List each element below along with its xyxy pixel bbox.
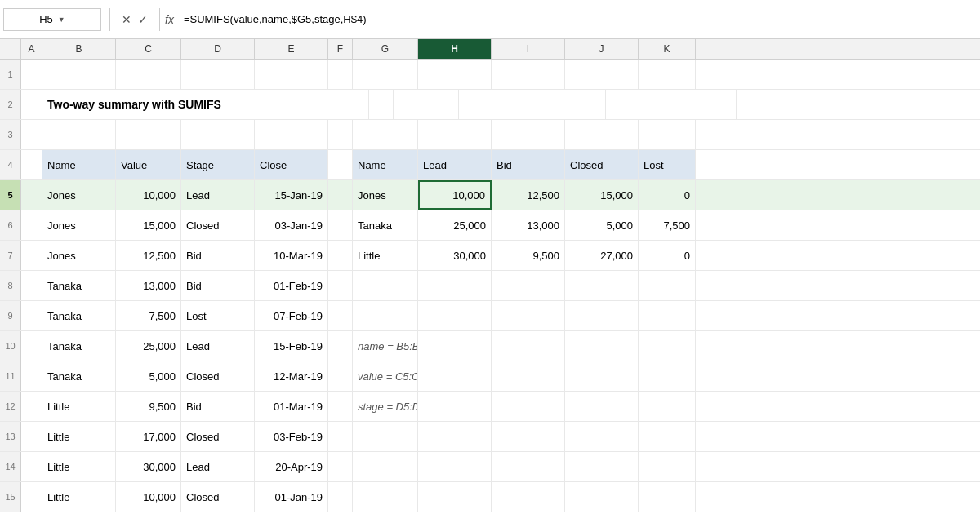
col-header-g[interactable]: G <box>353 39 418 59</box>
cell-c8[interactable]: 13,000 <box>116 271 181 300</box>
cell-g8[interactable] <box>353 271 418 300</box>
col-header-j[interactable]: J <box>565 39 639 59</box>
cell-h4[interactable]: Lead <box>418 150 492 179</box>
cell-k7[interactable]: 0 <box>639 241 696 270</box>
cell-b11[interactable]: Tanaka <box>42 361 116 391</box>
cell-e8[interactable]: 01-Feb-19 <box>255 271 328 300</box>
cell-g2[interactable] <box>394 90 459 119</box>
cell-f2[interactable] <box>369 90 394 119</box>
cell-g11[interactable]: value = C5:C15 <box>353 361 418 391</box>
cell-g5[interactable]: Jones <box>353 180 418 210</box>
cell-a13[interactable] <box>21 422 42 451</box>
cell-f9[interactable] <box>328 301 353 330</box>
col-header-h[interactable]: H <box>418 39 492 59</box>
col-header-b[interactable]: B <box>42 39 116 59</box>
cell-d11[interactable]: Closed <box>181 361 255 391</box>
cell-j2[interactable] <box>606 90 679 119</box>
cell-h5[interactable]: 10,000 <box>418 180 492 210</box>
cell-a8[interactable] <box>21 271 42 300</box>
cell-f15[interactable] <box>328 482 353 512</box>
formula-input[interactable]: =SUMIFS(value,name,$G5,stage,H$4) <box>180 11 977 27</box>
cell-a12[interactable] <box>21 392 42 421</box>
col-header-k[interactable]: K <box>639 39 696 59</box>
cell-k4[interactable]: Lost <box>639 150 696 179</box>
cell-h6[interactable]: 25,000 <box>418 210 492 240</box>
cell-f11[interactable] <box>328 361 353 391</box>
cell-i2[interactable] <box>532 90 606 119</box>
cell-j4[interactable]: Closed <box>565 150 639 179</box>
cell-i8[interactable] <box>492 271 565 300</box>
cell-k5[interactable]: 0 <box>639 180 696 210</box>
cell-e6[interactable]: 03-Jan-19 <box>255 210 328 240</box>
cell-a11[interactable] <box>21 361 42 391</box>
cell-c1[interactable] <box>116 60 181 89</box>
cell-g15[interactable] <box>353 482 418 512</box>
col-header-e[interactable]: E <box>255 39 328 59</box>
cell-f1[interactable] <box>328 60 353 89</box>
cell-e13[interactable]: 03-Feb-19 <box>255 422 328 451</box>
cell-f12[interactable] <box>328 392 353 421</box>
cell-e10[interactable]: 15-Feb-19 <box>255 331 328 361</box>
cell-i3[interactable] <box>492 120 565 149</box>
cell-b3[interactable] <box>42 120 116 149</box>
cell-g1[interactable] <box>353 60 418 89</box>
cell-c15[interactable]: 10,000 <box>116 482 181 512</box>
cell-k8[interactable] <box>639 271 696 300</box>
cell-d13[interactable]: Closed <box>181 422 255 451</box>
cell-b10[interactable]: Tanaka <box>42 331 116 361</box>
cell-i1[interactable] <box>492 60 565 89</box>
cell-a10[interactable] <box>21 331 42 361</box>
cell-f13[interactable] <box>328 422 353 451</box>
cell-b1[interactable] <box>42 60 116 89</box>
cell-j5[interactable]: 15,000 <box>565 180 639 210</box>
cell-d3[interactable] <box>181 120 255 149</box>
cell-g10[interactable]: name = B5:B15 <box>353 331 418 361</box>
cell-name-box[interactable]: H5 ▼ <box>3 8 101 31</box>
cell-e7[interactable]: 10-Mar-19 <box>255 241 328 270</box>
cancel-icon[interactable]: ✕ <box>122 13 131 26</box>
cell-d7[interactable]: Bid <box>181 241 255 270</box>
cell-j7[interactable]: 27,000 <box>565 241 639 270</box>
cell-c4[interactable]: Value <box>116 150 181 179</box>
cell-e11[interactable]: 12-Mar-19 <box>255 361 328 391</box>
cell-g9[interactable] <box>353 301 418 330</box>
cell-k1[interactable] <box>639 60 696 89</box>
col-header-d[interactable]: D <box>181 39 255 59</box>
confirm-icon[interactable]: ✓ <box>138 13 148 26</box>
cell-g4[interactable]: Name <box>353 150 418 179</box>
cell-f7[interactable] <box>328 241 353 270</box>
cell-f5[interactable] <box>328 180 353 210</box>
cell-d4[interactable]: Stage <box>181 150 255 179</box>
cell-d5[interactable]: Lead <box>181 180 255 210</box>
cell-c9[interactable]: 7,500 <box>116 301 181 330</box>
dropdown-arrow-icon[interactable]: ▼ <box>58 16 65 24</box>
cell-e9[interactable]: 07-Feb-19 <box>255 301 328 330</box>
cell-a15[interactable] <box>21 482 42 512</box>
cell-a9[interactable] <box>21 301 42 330</box>
cell-g7[interactable]: Little <box>353 241 418 270</box>
cell-b14[interactable]: Little <box>42 452 116 481</box>
cell-e4[interactable]: Close <box>255 150 328 179</box>
cell-g3[interactable] <box>353 120 418 149</box>
cell-b4[interactable]: Name <box>42 150 116 179</box>
cell-f8[interactable] <box>328 271 353 300</box>
cell-k2[interactable] <box>679 90 737 119</box>
cell-k6[interactable]: 7,500 <box>639 210 696 240</box>
cell-a2[interactable] <box>21 90 42 119</box>
col-header-i[interactable]: I <box>492 39 565 59</box>
cell-h1[interactable] <box>418 60 492 89</box>
cell-j9[interactable] <box>565 301 639 330</box>
cell-b12[interactable]: Little <box>42 392 116 421</box>
cell-e3[interactable] <box>255 120 328 149</box>
cell-f14[interactable] <box>328 452 353 481</box>
col-header-f[interactable]: F <box>328 39 353 59</box>
cell-i4[interactable]: Bid <box>492 150 565 179</box>
cell-i6[interactable]: 13,000 <box>492 210 565 240</box>
cell-d15[interactable]: Closed <box>181 482 255 512</box>
col-header-a[interactable]: A <box>21 39 42 59</box>
cell-d8[interactable]: Bid <box>181 271 255 300</box>
cell-b8[interactable]: Tanaka <box>42 271 116 300</box>
cell-d14[interactable]: Lead <box>181 452 255 481</box>
cell-h7[interactable]: 30,000 <box>418 241 492 270</box>
cell-b9[interactable]: Tanaka <box>42 301 116 330</box>
